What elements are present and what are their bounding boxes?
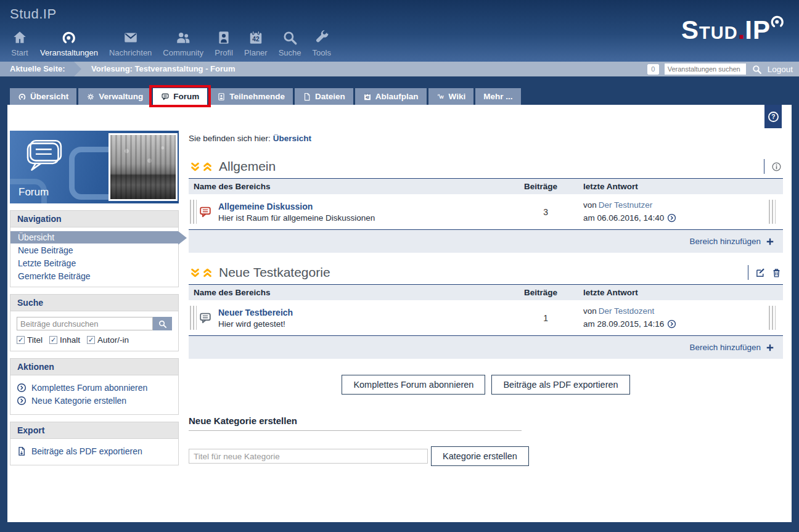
sidebar: Forum Navigation Übersicht Neue Beiträge… [10, 131, 179, 465]
wrench-icon [314, 30, 330, 46]
nav-item-tools[interactable]: Tools [307, 30, 337, 57]
add-area-link[interactable]: Bereich hinzufügen [689, 237, 774, 246]
edit-icon[interactable] [755, 268, 766, 278]
search-icon[interactable] [752, 64, 762, 75]
tab-uebersicht[interactable]: Übersicht [10, 88, 76, 105]
message-counter-badge[interactable]: 0 [647, 64, 659, 75]
widget-title: Aktionen [10, 359, 178, 375]
add-area-link[interactable]: Bereich hinzufügen [689, 343, 774, 352]
sidebar-item-gemerkte-beitraege[interactable]: Gemerkte Beiträge [10, 270, 178, 282]
forum-search-button[interactable] [153, 317, 172, 330]
expand-all-icon[interactable] [202, 268, 213, 278]
goto-post-icon[interactable] [667, 319, 676, 329]
column-header-posts: Beiträge [496, 288, 576, 297]
search-icon [158, 319, 167, 329]
column-header-name: Name des Bereichs [189, 288, 496, 297]
tab-verwaltung[interactable]: Verwaltung [78, 88, 151, 105]
mail-icon [123, 30, 139, 46]
brand-word-1: Stud [681, 17, 738, 43]
checkbox-label: Inhalt [60, 335, 80, 345]
nav-label: Veranstaltungen [40, 48, 98, 57]
people-icon [175, 30, 191, 46]
action-label: Komplettes Forum abonnieren [31, 383, 147, 393]
tab-teilnehmende[interactable]: Teilnehmende [209, 88, 293, 105]
sidebar-item-neue-beitraege[interactable]: Neue Beiträge [10, 244, 178, 256]
drag-handle[interactable] [190, 306, 197, 330]
expand-all-icon[interactable] [202, 162, 213, 172]
banner-title: Forum [18, 186, 49, 198]
spiral-icon [18, 92, 27, 101]
answer-author-link[interactable]: Der Testnutzer [599, 200, 653, 210]
export-pdf-button[interactable]: Beiträge als PDF exportieren [491, 375, 629, 395]
category-title: Allgemein [219, 159, 276, 174]
new-category-title-input[interactable] [189, 449, 428, 464]
create-category-section: Neue Kategorie erstellen Kategorie erste… [189, 415, 783, 466]
forum-search-input[interactable] [17, 317, 153, 330]
nav-item-veranstaltungen[interactable]: Veranstaltungen [35, 30, 104, 57]
area-link[interactable]: Allgemeine Diskussion [218, 202, 313, 211]
lecture-hall-photo [109, 133, 178, 201]
plus-icon [766, 237, 774, 246]
checkbox-titel[interactable]: Titel [17, 335, 43, 345]
collapse-all-icon[interactable] [190, 268, 200, 278]
nav-item-suche[interactable]: Suche [273, 30, 307, 57]
nav-item-planer[interactable]: Planer [239, 30, 273, 57]
column-header-last-answer: letzte Antwort [576, 288, 783, 297]
category-header: Allgemein [189, 157, 783, 179]
tab-mehr[interactable]: Mehr ... [475, 88, 520, 105]
posts-count: 3 [496, 207, 576, 217]
area-link[interactable]: Neuer Testbereich [218, 308, 293, 317]
logout-link[interactable]: Logout [768, 65, 793, 74]
action-subscribe-forum[interactable]: Komplettes Forum abonnieren [17, 383, 172, 393]
posts-count: 1 [496, 313, 576, 323]
tab-ablaufplan[interactable]: Ablaufplan [355, 88, 427, 105]
speech-bubble-icon [199, 205, 212, 219]
breadcrumb-label: Aktuelle Seite: [0, 62, 74, 76]
location-prefix: Sie befinden sich hier: [189, 134, 271, 143]
goto-post-icon[interactable] [667, 213, 676, 223]
nav-item-community[interactable]: Community [157, 30, 209, 57]
calendar-icon [248, 30, 264, 46]
drag-handle[interactable] [769, 306, 776, 330]
subscribe-forum-button[interactable]: Komplettes Forum abonnieren [342, 375, 485, 395]
sidebar-item-letzte-beitraege[interactable]: Letzte Beiträge [10, 257, 178, 269]
nav-item-profil[interactable]: Profil [209, 30, 239, 57]
pdf-export-icon [17, 446, 27, 456]
create-category-button[interactable]: Kategorie erstellen [431, 446, 529, 466]
export-widget: Export Beiträge als PDF exportieren [10, 422, 179, 465]
action-label: Beiträge als PDF exportieren [31, 446, 142, 456]
nav-item-start[interactable]: Start [5, 30, 35, 57]
trash-icon[interactable] [771, 268, 782, 278]
answer-by-prefix: von [583, 200, 597, 210]
category-title: Neue Testkategorie [219, 265, 330, 280]
forum-action-buttons: Komplettes Forum abonnieren Beiträge als… [189, 375, 783, 395]
action-new-category[interactable]: Neue Kategorie erstellen [17, 396, 172, 406]
checkbox-checked-icon [87, 336, 95, 344]
category-header: Neue Testkategorie [189, 263, 783, 285]
drag-handle[interactable] [769, 200, 776, 224]
breadcrumb-bar: Aktuelle Seite: Vorlesung: Testveranstal… [0, 62, 799, 76]
action-export-pdf[interactable]: Beiträge als PDF exportieren [17, 446, 172, 456]
checkbox-inhalt[interactable]: Inhalt [49, 335, 80, 345]
breadcrumb-current-page: Vorlesung: Testveranstaltung - Forum [91, 62, 236, 76]
studip-logo-text: Stud.IP [10, 6, 57, 22]
collapse-all-icon[interactable] [190, 162, 200, 172]
sidebar-item-uebersicht[interactable]: Übersicht [10, 231, 178, 243]
spiral-icon [61, 30, 77, 46]
info-icon[interactable] [771, 162, 782, 172]
tab-wiki[interactable]: Wiki [428, 88, 474, 105]
arrow-circle-icon [17, 383, 27, 393]
answer-author-link[interactable]: Der Testdozent [599, 306, 655, 316]
navigation-widget: Navigation Übersicht Neue Beiträge Letzt… [10, 210, 179, 287]
action-label: Neue Kategorie erstellen [31, 396, 126, 406]
nav-item-nachrichten[interactable]: Nachrichten [104, 30, 157, 57]
content-area: Forum Navigation Übersicht Neue Beiträge… [7, 105, 792, 522]
course-search-input[interactable] [665, 63, 746, 75]
location-link-uebersicht[interactable]: Übersicht [273, 134, 311, 143]
drag-handle[interactable] [190, 200, 197, 224]
tab-forum[interactable]: Forum [153, 88, 207, 105]
nav-label: Suche [279, 48, 301, 57]
checkbox-autor[interactable]: Autor/-in [87, 335, 129, 345]
studip-forum-page: Stud.IP Start Veranstaltungen Nachrichte… [0, 0, 799, 532]
tab-dateien[interactable]: Dateien [295, 88, 353, 105]
